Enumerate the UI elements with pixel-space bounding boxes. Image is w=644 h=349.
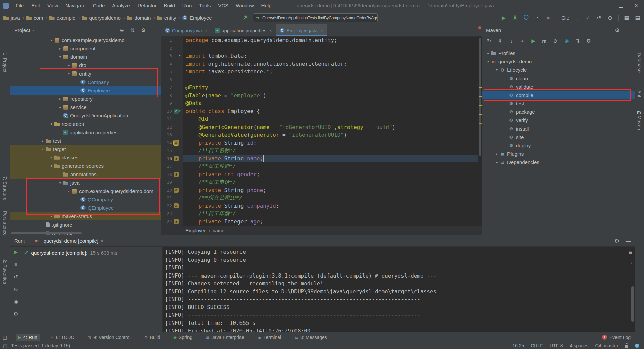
nav-breadcrumb-domain[interactable]: domain	[127, 15, 151, 21]
close-icon[interactable]: ×	[321, 28, 323, 33]
tree-collapse-icon[interactable]: ▾	[57, 55, 63, 59]
maven-add-icon[interactable]: +	[520, 38, 525, 44]
stripe-button-Persistence[interactable]: Persistence	[2, 211, 8, 236]
fold-icon[interactable]: ▾	[179, 52, 181, 60]
tool-window-button-9: Version Control[interactable]: ⇅9: Version Control	[86, 334, 133, 341]
maven-settings-icon[interactable]: ⚙	[586, 38, 591, 44]
nav-breadcrumb-querydsldemo[interactable]: querydsldemo	[82, 15, 121, 21]
build-console[interactable]: [INFO] Copying 1 resource[INFO] Copying …	[162, 247, 635, 332]
menu-edit[interactable]: Edit	[28, 0, 44, 11]
maven-run-icon[interactable]: ▶	[531, 38, 536, 44]
maven-tree-item-install[interactable]: ⚙install	[482, 124, 635, 133]
restore-layout-icon[interactable]: ↺	[13, 274, 19, 280]
project-tree-item-com.example.querydsldemo.dom[interactable]: ▾com.example.querydsldemo.dom	[10, 187, 161, 195]
scrollbar-thumb[interactable]	[479, 38, 481, 156]
tree-expand-icon[interactable]: ▸	[57, 105, 63, 109]
hide-panel-icon[interactable]: —	[152, 27, 157, 33]
project-tree-item-target[interactable]: ▾target	[10, 145, 161, 153]
breadcrumb-field[interactable]: name	[213, 228, 224, 233]
project-tree-item-Employee[interactable]: CEmployee	[10, 86, 161, 95]
tree-expand-icon[interactable]: ▸	[57, 47, 63, 50]
entity-gutter-icon[interactable]: e	[174, 109, 179, 114]
maven-profiles-icon[interactable]: ◉	[564, 38, 569, 44]
tree-collapse-icon[interactable]: ▾	[66, 189, 72, 193]
profiler-button[interactable]: ◔	[534, 15, 540, 21]
menu-tools[interactable]: Tools	[195, 0, 214, 11]
caret-position[interactable]: 16:25	[512, 343, 524, 348]
attr-gutter-icon[interactable]: a	[174, 172, 179, 177]
menu-run[interactable]: Run	[179, 0, 196, 11]
maven-tree-item-compile[interactable]: ⚙compile	[482, 91, 635, 99]
project-tree-item-java[interactable]: ▾java	[10, 179, 161, 187]
close-icon[interactable]: ×	[101, 238, 103, 243]
close-icon[interactable]: ×	[205, 28, 207, 33]
horizontal-scrollbar[interactable]	[11, 232, 82, 234]
menu-build[interactable]: Build	[160, 0, 178, 11]
project-tree-item-QEmployee[interactable]: CQEmployee	[10, 204, 161, 212]
stripe-button-Ant[interactable]: Ant	[637, 90, 642, 97]
maven-collapse-all-icon[interactable]: ⇅	[575, 38, 580, 44]
minimize-button[interactable]: —	[598, 0, 613, 11]
project-tree-item-generated-sources[interactable]: ▾generated-sources	[10, 162, 161, 170]
stripe-button-Maven[interactable]: Maven	[637, 116, 642, 130]
maven-tree-item-site[interactable]: ⚙site	[482, 133, 635, 141]
stripe-button-2: Favorites[interactable]: 2: Favorites	[2, 259, 8, 284]
tool-window-button-Build[interactable]: ⚙Build	[142, 334, 163, 341]
gear-icon[interactable]: ⚙	[615, 27, 620, 33]
history-icon[interactable]: ⊙	[13, 286, 19, 292]
run-content-tab[interactable]: m querydsl-demo [compile] ×	[34, 238, 103, 244]
maven-skip-tests-icon[interactable]: ⊘	[553, 38, 558, 44]
tree-collapse-icon[interactable]: ▾	[57, 181, 63, 185]
menu-view[interactable]: View	[44, 0, 62, 11]
project-tree-item-QuerydslDemoApplication[interactable]: CQuerydslDemoApplication	[10, 111, 161, 120]
tool-window-button-Java Enterprise[interactable]: ▦Java Enterprise	[203, 334, 247, 341]
project-tree-item-QCompany[interactable]: CQCompany	[10, 195, 161, 204]
line-separator[interactable]: CRLF	[531, 343, 543, 348]
tree-expand-icon[interactable]: ▸	[66, 63, 72, 67]
tool-window-button-4: Run[interactable]: ▶4: Run	[16, 334, 39, 341]
git-branch[interactable]: Git: master	[595, 343, 618, 348]
menu-code[interactable]: Code	[89, 0, 108, 11]
tree-collapse-icon[interactable]: ▾	[66, 72, 72, 76]
project-tree-item-application.properties[interactable]: ≡application.properties	[10, 128, 161, 137]
tool-window-button-0: Messages[interactable]: ▤0: Messages	[292, 334, 329, 341]
inspections-widget[interactable]	[478, 26, 481, 29]
tree-expand-icon[interactable]: ▸	[49, 156, 54, 159]
tool-window-button-Terminal[interactable]: ▣Terminal	[255, 334, 283, 341]
tree-expand-icon[interactable]: ▸	[485, 51, 491, 55]
maven-tree-item-querydsl-demo[interactable]: ▾mquerydsl-demo	[482, 57, 635, 66]
gear-icon[interactable]: ⚙	[141, 27, 146, 33]
maven-tree-item-clean[interactable]: ⚙clean	[482, 74, 635, 83]
code-editor[interactable]: 123▾45678910▾e11121314a1516a1718a1920a21…	[161, 36, 482, 226]
event-log-button[interactable]: 1 Event Log	[602, 332, 631, 342]
nav-breadcrumb-example[interactable]: example	[49, 15, 76, 21]
close-button[interactable]: ×	[629, 0, 644, 11]
stop-button[interactable]: ■	[545, 15, 551, 21]
git-history-button[interactable]: ⊙	[607, 15, 613, 21]
project-tree-item-resources[interactable]: ▾resources	[10, 120, 161, 128]
settings-icon[interactable]: ⚙	[13, 311, 19, 317]
git-commit-button[interactable]: ✓	[585, 15, 591, 21]
tree-expand-icon[interactable]: ▸	[57, 97, 63, 101]
inspections-level-icon[interactable]	[635, 344, 639, 348]
build-result-node[interactable]: ✓ querydsl-demo [compile]: 15 s 638 ms	[21, 247, 162, 256]
project-tree-item-repository[interactable]: ▸repository	[10, 95, 161, 103]
run-configuration-select[interactable]: QuerydslDemoApplicationTests.findByCompa…	[253, 13, 378, 22]
chevron-down-icon[interactable]: ▾	[32, 28, 34, 32]
indent-style[interactable]: 4 spaces	[570, 343, 588, 348]
menu-file[interactable]: File	[12, 0, 28, 11]
menu-window[interactable]: Window	[232, 0, 257, 11]
menu-vcs[interactable]: VCS	[214, 0, 232, 11]
tab-Company.java[interactable]: CCompany.java×	[161, 24, 211, 36]
coverage-button[interactable]	[523, 15, 529, 21]
project-tree-item-maven-status[interactable]: ▸maven-status	[10, 212, 161, 220]
attr-gutter-icon[interactable]: a	[174, 156, 179, 161]
attr-gutter-icon[interactable]: a	[174, 203, 179, 208]
pin-icon[interactable]: ◉	[13, 299, 19, 305]
project-tree-item-.gitignore[interactable]: .gitignore	[10, 220, 161, 229]
stripe-button-Database[interactable]: Database	[637, 53, 642, 73]
maven-tree-item-package[interactable]: ⚙package	[482, 108, 635, 116]
nav-breadcrumb-Employee[interactable]: CEmployee	[182, 15, 212, 21]
nav-breadcrumb-com[interactable]: com	[26, 15, 43, 21]
project-tree-item-Company[interactable]: CCompany	[10, 78, 161, 86]
